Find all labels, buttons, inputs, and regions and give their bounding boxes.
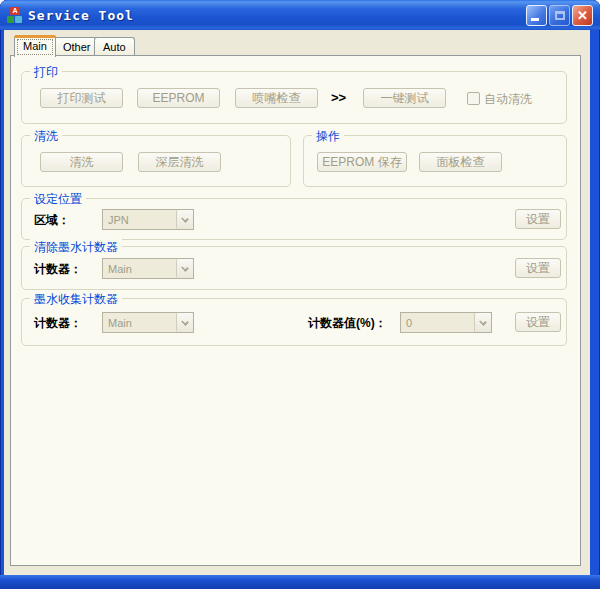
app-icon-red-block: A: [10, 7, 20, 15]
one-key-test-button[interactable]: 一键测试: [363, 88, 446, 108]
clear-counter-field-label: 计数器：: [34, 261, 82, 278]
minimize-icon: [531, 18, 539, 21]
group-clear-ink-counter: 清除墨水计数器 计数器： Main 设置: [21, 246, 567, 290]
counter-value-label: 计数器值(%)：: [308, 315, 387, 332]
window-title: Service Tool: [28, 8, 134, 23]
collect-counter-dropdown-value: Main: [103, 313, 176, 332]
app-icon-teal-block: [15, 16, 22, 23]
group-clear-ink-counter-label: 清除墨水计数器: [30, 239, 122, 256]
app-icon-green-block: [7, 16, 14, 23]
group-ink-collect-counter-label: 墨水收集计数器: [30, 291, 122, 308]
service-tool-window: A Service Tool ✕ Main Other Auto 打印: [0, 0, 600, 589]
collect-counter-dropdown[interactable]: Main: [102, 312, 194, 333]
tab-other[interactable]: Other: [54, 37, 100, 56]
print-test-button[interactable]: 打印测试: [40, 88, 123, 108]
window-controls: ✕: [526, 5, 593, 26]
group-clean: 清洗 清洗 深层清洗: [21, 135, 291, 187]
tab-other-label: Other: [63, 41, 91, 53]
group-clean-label: 清洗: [30, 128, 62, 145]
clear-counter-dropdown[interactable]: Main: [102, 258, 194, 279]
counter-value-dropdown-value: 0: [401, 313, 474, 332]
region-dropdown-value: JPN: [103, 210, 176, 229]
region-field-label: 区域：: [34, 212, 70, 229]
chevron-down-icon[interactable]: [176, 313, 193, 332]
client-area: Main Other Auto 打印 打印测试 EEPROM 喷嘴检查 >> 一…: [4, 30, 590, 575]
tab-accent: [14, 35, 56, 38]
region-set-button[interactable]: 设置: [515, 209, 561, 229]
group-operation-label: 操作: [312, 128, 344, 145]
collect-counter-set-button[interactable]: 设置: [515, 312, 561, 332]
clear-counter-set-button[interactable]: 设置: [515, 258, 561, 278]
panel-check-button[interactable]: 面板检查: [419, 152, 502, 172]
eeprom-button[interactable]: EEPROM: [137, 88, 220, 108]
chevron-down-icon[interactable]: [176, 259, 193, 278]
tab-auto[interactable]: Auto: [94, 37, 135, 56]
clean-button[interactable]: 清洗: [40, 152, 123, 172]
group-print-label: 打印: [30, 64, 62, 81]
group-operation: 操作 EEPROM 保存 面板检查: [303, 135, 567, 187]
main-tab-page: 打印 打印测试 EEPROM 喷嘴检查 >> 一键测试 自动清洗 清洗 清洗 深…: [10, 55, 581, 566]
tab-main-label: Main: [23, 40, 47, 52]
deep-clean-button[interactable]: 深层清洗: [138, 152, 221, 172]
clear-counter-dropdown-value: Main: [103, 259, 176, 278]
close-icon: ✕: [573, 6, 592, 25]
nozzle-check-button[interactable]: 喷嘴检查: [235, 88, 318, 108]
chevron-down-icon[interactable]: [176, 210, 193, 229]
titlebar[interactable]: A Service Tool ✕: [0, 0, 600, 30]
group-region: 设定位置 区域： JPN 设置: [21, 198, 567, 240]
tab-auto-label: Auto: [103, 41, 126, 53]
auto-clean-checkbox-label: 自动清洗: [484, 91, 532, 108]
maximize-icon: [555, 11, 565, 20]
group-ink-collect-counter: 墨水收集计数器 计数器： Main 计数器值(%)： 0 设置: [21, 298, 567, 346]
collect-counter-field-label: 计数器：: [34, 315, 82, 332]
app-icon[interactable]: A: [7, 7, 23, 23]
tab-main[interactable]: Main: [14, 35, 56, 57]
window-bottom-frame: [0, 575, 600, 589]
group-region-label: 设定位置: [30, 191, 86, 208]
minimize-button[interactable]: [526, 5, 547, 26]
arrow-separator: >>: [331, 90, 346, 105]
eeprom-save-button[interactable]: EEPROM 保存: [317, 152, 407, 172]
region-dropdown[interactable]: JPN: [102, 209, 194, 230]
chevron-down-icon[interactable]: [474, 313, 491, 332]
group-print: 打印 打印测试 EEPROM 喷嘴检查 >> 一键测试 自动清洗: [21, 71, 567, 124]
auto-clean-checkbox[interactable]: [467, 92, 480, 105]
maximize-button[interactable]: [549, 5, 570, 26]
counter-value-dropdown[interactable]: 0: [400, 312, 492, 333]
close-button[interactable]: ✕: [572, 5, 593, 26]
